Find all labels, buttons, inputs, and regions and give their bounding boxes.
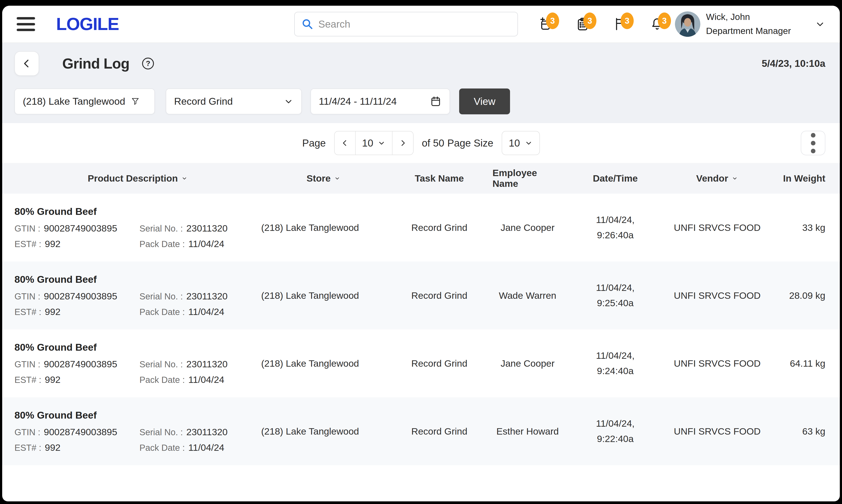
datetime-cell: 11/04/24, 9:22:40a [563,416,668,446]
column-header-weight: In Weight [767,173,825,184]
prev-page-button[interactable] [334,131,355,155]
clipboard-badge: 3 [583,13,597,29]
gtin-value: 90028749003895 [44,427,117,437]
current-datetime: 5/4/23, 10:10a [762,58,825,69]
weight-cell: 64.11 kg [767,358,825,369]
menu-button[interactable] [17,17,35,31]
page-size-value: 10 [509,137,520,149]
serial-value: 23011320 [186,223,228,234]
back-button[interactable] [15,51,39,76]
serial-value: 23011320 [186,427,228,437]
table-row[interactable]: 80% Ground Beef GTIN :90028749003895 Ser… [2,262,840,329]
est-value: 992 [45,306,61,317]
sort-chevron-icon [334,175,341,182]
pack-date-value: 11/04/24 [188,238,224,249]
note-badge: 3 [546,13,559,29]
sort-chevron-icon [731,175,738,182]
datetime-cell: 11/04/24, 9:26:40a [563,212,668,243]
date-range-picker[interactable]: 11/4/24 - 11/11/24 [310,89,450,114]
product-cell: 80% Ground Beef GTIN :90028749003895 Ser… [15,206,261,249]
pack-date-value: 11/04/24 [188,374,224,385]
task-type-dropdown[interactable]: Record Grind [166,89,302,114]
user-name: Wick, John [706,10,791,24]
page-size-dropdown[interactable]: 10 [502,131,540,155]
table-row[interactable]: 80% Ground Beef GTIN :90028749003895 Ser… [2,397,840,465]
search-input[interactable] [294,12,518,36]
user-menu[interactable]: Wick, John Department Manager [706,10,791,38]
next-page-button[interactable] [393,131,413,155]
search-box [294,12,518,36]
employee-cell: Wade Warren [493,290,563,301]
table-row[interactable]: 80% Ground Beef GTIN :90028749003895 Ser… [2,329,840,397]
product-name: 80% Ground Beef [15,342,255,353]
product-cell: 80% Ground Beef GTIN :90028749003895 Ser… [15,342,261,385]
store-cell: (218) Lake Tanglewood [261,426,386,437]
logile-logo[interactable]: LOGILE [56,14,119,34]
weight-cell: 28.09 kg [767,290,825,301]
datetime-cell: 11/04/24, 9:25:40a [563,280,668,311]
pack-date-value: 11/04/24 [188,306,224,317]
serial-value: 23011320 [186,291,228,302]
pager-control: 10 [334,131,414,155]
column-header-product[interactable]: Product Description [15,173,261,184]
page-label: Page [302,137,326,149]
product-name: 80% Ground Beef [15,206,255,217]
menu-icon [17,17,35,19]
pagination-bar: Page 10 of 50 Page Size 10 [2,123,840,163]
serial-value: 23011320 [186,359,228,370]
clipboard-list-button[interactable]: 3 [575,17,590,31]
column-header-vendor[interactable]: Vendor [668,173,767,184]
product-name: 80% Ground Beef [15,274,255,285]
app-window: LOGILE 3 3 [2,6,840,501]
date-range-value: 11/4/24 - 11/11/24 [319,96,397,107]
flag-badge: 3 [620,13,634,29]
note-add-button[interactable]: 3 [538,17,553,31]
datetime-cell: 11/04/24, 9:24:40a [563,348,668,378]
weight-cell: 33 kg [767,222,825,233]
grind-log-table: Product Description Store Task Name Empl… [2,163,840,465]
page-title: Grind Log [62,55,130,72]
task-cell: Record Grind [386,222,493,233]
vendor-cell: UNFI SRVCS FOOD [668,426,767,437]
view-button[interactable]: View [459,89,510,114]
avatar[interactable] [675,12,700,37]
page-number-dropdown[interactable]: 10 [355,131,393,155]
chevron-down-icon [284,96,293,106]
product-cell: 80% Ground Beef GTIN :90028749003895 Ser… [15,410,261,453]
top-nav: LOGILE 3 3 [2,6,840,43]
chevron-left-icon [21,58,32,69]
task-type-value: Record Grind [174,96,233,107]
column-header-task: Task Name [386,173,493,184]
gtin-value: 90028749003895 [44,359,117,370]
task-cell: Record Grind [386,358,493,369]
table-header-row: Product Description Store Task Name Empl… [2,163,840,194]
nav-icon-group: 3 3 3 [538,17,665,31]
search-icon [301,18,313,30]
column-header-datetime: Date/Time [563,173,668,184]
filter-funnel-icon [131,96,140,106]
bell-button[interactable]: 3 [650,17,665,31]
help-icon[interactable]: ? [142,58,154,69]
column-header-store[interactable]: Store [261,173,386,184]
chevron-down-icon[interactable] [815,19,825,29]
vendor-cell: UNFI SRVCS FOOD [668,358,767,369]
gtin-value: 90028749003895 [44,223,117,234]
user-role: Department Manager [706,24,791,38]
employee-cell: Esther Howard [493,426,563,437]
store-cell: (218) Lake Tanglewood [261,358,386,369]
chevron-right-icon [399,139,407,147]
gtin-value: 90028749003895 [44,291,117,302]
more-options-button[interactable] [801,131,825,155]
chevron-down-icon [525,139,533,147]
employee-cell: Jane Cooper [493,358,563,369]
page-total-label: of 50 Page Size [422,137,493,149]
current-page-value: 10 [362,137,373,149]
flag-button[interactable]: 3 [613,17,627,31]
vendor-cell: UNFI SRVCS FOOD [668,222,767,233]
task-cell: Record Grind [386,290,493,301]
product-cell: 80% Ground Beef GTIN :90028749003895 Ser… [15,274,261,317]
table-row[interactable]: 80% Ground Beef GTIN :90028749003895 Ser… [2,194,840,262]
employee-cell: Jane Cooper [493,222,563,233]
store-filter-value: (218) Lake Tanglewood [23,96,125,107]
store-filter[interactable]: (218) Lake Tanglewood [15,89,155,114]
